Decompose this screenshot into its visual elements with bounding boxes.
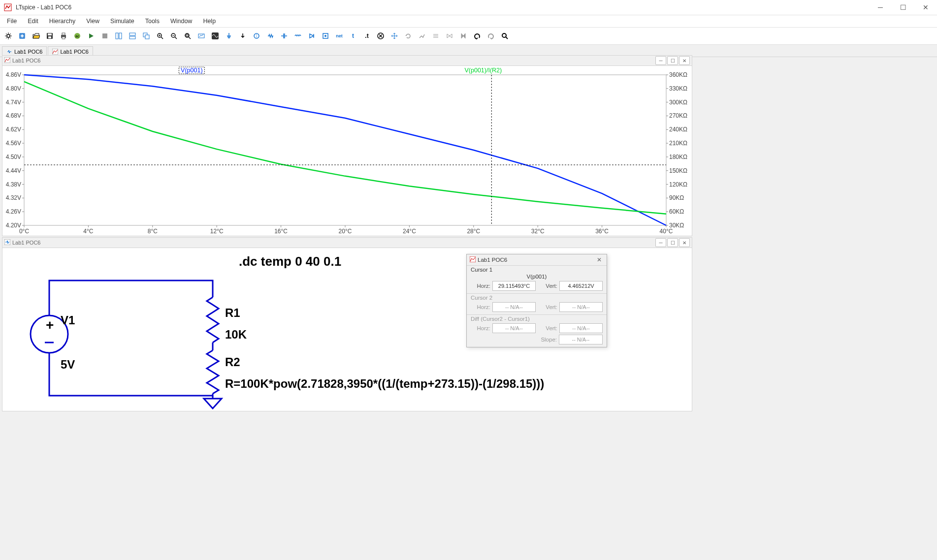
plot-window-max-button[interactable]: ☐ — [667, 56, 678, 65]
voltage-source-icon[interactable] — [250, 30, 263, 42]
capacitor-icon[interactable] — [278, 30, 291, 42]
bus-icon[interactable] — [429, 30, 442, 42]
diff-slope-value: -- N/A-- — [559, 335, 603, 344]
svg-text:.t: .t — [365, 32, 368, 39]
plot-area[interactable]: 4.86V4.80V4.74V4.68V4.62V4.56V4.50V4.44V… — [2, 66, 692, 235]
autoscale-icon[interactable] — [195, 30, 208, 42]
rotate-icon[interactable] — [402, 30, 415, 42]
zoom-in-icon[interactable] — [154, 30, 166, 42]
search-icon[interactable] — [498, 30, 511, 42]
svg-text:240KΩ: 240KΩ — [669, 126, 687, 133]
plot-window-icon — [4, 57, 10, 64]
window-buttons: ─ ☐ ✕ — [869, 0, 937, 15]
schematic-window-min-button[interactable]: ─ — [655, 238, 666, 247]
maximize-button[interactable]: ☐ — [892, 0, 914, 15]
zoom-out-icon[interactable] — [167, 30, 180, 42]
svg-rect-13 — [119, 33, 122, 39]
svg-text:4.86V: 4.86V — [6, 71, 21, 78]
move-icon[interactable] — [388, 30, 401, 42]
text-plain-icon[interactable]: t — [347, 30, 359, 42]
save-icon[interactable] — [43, 30, 56, 42]
svg-text:4.62V: 4.62V — [6, 126, 21, 133]
svg-rect-11 — [102, 33, 107, 38]
svg-rect-21 — [186, 34, 188, 36]
svg-text:0°C: 0°C — [19, 228, 29, 235]
wire-icon[interactable] — [416, 30, 428, 42]
inductor-icon[interactable] — [291, 30, 304, 42]
tab-icon — [6, 49, 12, 55]
schematic-canvas[interactable]: .dc temp 0 40 0.1+V15VR110KR2R=100K*pow(… — [2, 248, 692, 410]
svg-text:V(p001): V(p001) — [181, 67, 202, 74]
simulate-ac-icon[interactable]: ac — [71, 30, 84, 42]
svg-text:.dc temp 0 40 0.1: .dc temp 0 40 0.1 — [239, 254, 341, 269]
zoom-fit-icon[interactable] — [181, 30, 194, 42]
cursor1-vert-value[interactable]: 4.465212V — [559, 281, 603, 291]
sine-icon[interactable] — [209, 30, 222, 42]
plot-window-min-button[interactable]: ─ — [655, 56, 666, 65]
svg-text:net: net — [336, 33, 343, 38]
svg-text:4°C: 4°C — [83, 228, 93, 235]
cursor2-vert-value[interactable]: -- N/A-- — [559, 302, 603, 312]
component-icon[interactable] — [319, 30, 332, 42]
run-icon[interactable] — [85, 30, 97, 42]
svg-text:10K: 10K — [225, 328, 247, 341]
plot-window-close-button[interactable]: ✕ — [679, 56, 690, 65]
svg-point-1 — [7, 34, 10, 37]
menu-file[interactable]: File — [2, 16, 22, 26]
gear-icon[interactable] — [2, 30, 15, 42]
net-icon[interactable]: net — [333, 30, 346, 42]
plot-window-titlebar[interactable]: Lab1 POC6 ─ ☐ ✕ — [2, 56, 692, 66]
flip-icon[interactable] — [457, 30, 470, 42]
menu-view[interactable]: View — [81, 16, 104, 26]
cursor1-horz-value[interactable]: 29.115493°C — [492, 281, 536, 291]
svg-text:330KΩ: 330KΩ — [669, 85, 687, 92]
ground-icon[interactable] — [223, 30, 235, 42]
print-icon[interactable] — [57, 30, 70, 42]
svg-text:R2: R2 — [225, 355, 240, 369]
new-schematic-icon[interactable] — [16, 30, 29, 42]
cursor-dialog-close-button[interactable]: ✕ — [595, 255, 604, 264]
svg-text:360KΩ: 360KΩ — [669, 71, 687, 78]
svg-text:20°C: 20°C — [339, 228, 352, 235]
mirror-icon[interactable] — [443, 30, 456, 42]
menu-window[interactable]: Window — [165, 16, 197, 26]
resistor-icon[interactable] — [264, 30, 277, 42]
close-button[interactable]: ✕ — [914, 0, 937, 15]
cursor2-horz-value[interactable]: -- N/A-- — [492, 302, 536, 312]
cascade-icon[interactable] — [140, 30, 153, 42]
menu-hierarchy[interactable]: Hierarchy — [44, 16, 81, 26]
cursor1-label: Cursor 1 — [471, 267, 603, 273]
menu-edit[interactable]: Edit — [23, 16, 43, 26]
cursor-info-dialog[interactable]: Lab1 POC6 ✕ Cursor 1 V(p001) Horz: 29.11… — [466, 254, 607, 347]
svg-point-24 — [254, 33, 259, 38]
schematic-window-max-button[interactable]: ☐ — [667, 238, 678, 247]
minimize-button[interactable]: ─ — [869, 0, 892, 15]
tile-vertical-icon[interactable] — [112, 30, 125, 42]
schematic-window-close-button[interactable]: ✕ — [679, 238, 690, 247]
menu-help[interactable]: Help — [198, 16, 221, 26]
undo-icon[interactable] — [471, 30, 484, 42]
svg-rect-14 — [129, 33, 135, 35]
diode-icon[interactable] — [305, 30, 318, 42]
menu-tools[interactable]: Tools — [140, 16, 164, 26]
svg-text:4.50V: 4.50V — [6, 154, 21, 160]
svg-text:4.32V: 4.32V — [6, 194, 21, 201]
text-op-icon[interactable]: .t — [360, 30, 373, 42]
redo-icon[interactable] — [485, 30, 497, 42]
stop-icon[interactable] — [98, 30, 111, 42]
svg-text:180KΩ: 180KΩ — [669, 154, 687, 160]
schematic-window-titlebar[interactable]: Lab1 POC6 ─ ☐ ✕ — [2, 238, 692, 248]
svg-text:270KΩ: 270KΩ — [669, 112, 687, 119]
vert-label-3: Vert: — [538, 325, 557, 331]
svg-rect-7 — [62, 33, 65, 35]
tile-horizontal-icon[interactable] — [126, 30, 139, 42]
menu-simulate[interactable]: Simulate — [105, 16, 139, 26]
svg-text:36°C: 36°C — [595, 228, 609, 235]
cursor-dialog-titlebar[interactable]: Lab1 POC6 ✕ — [467, 254, 607, 265]
arrow-down-icon[interactable] — [236, 30, 249, 42]
svg-rect-12 — [116, 33, 118, 39]
delete-icon[interactable] — [374, 30, 387, 42]
open-icon[interactable] — [30, 30, 42, 42]
svg-text:150KΩ: 150KΩ — [669, 167, 687, 174]
horz-label-2: Horz: — [471, 304, 490, 310]
